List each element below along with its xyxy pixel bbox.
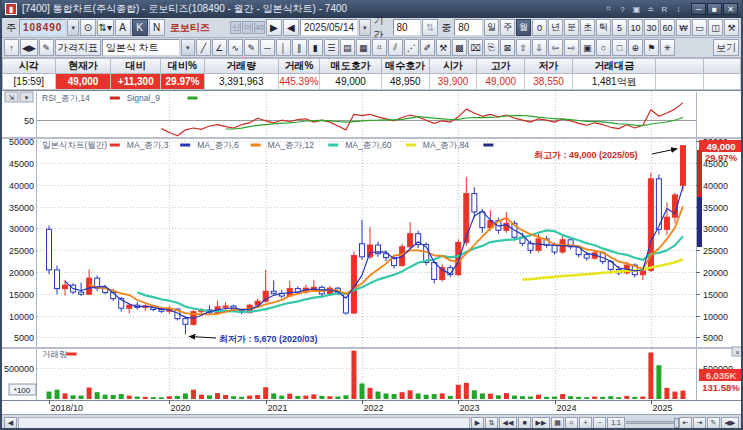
fit-icon[interactable]: ◀▶ xyxy=(721,417,739,429)
zoom-in-icon[interactable]: + xyxy=(579,417,592,429)
arrow-right-icon[interactable]: ⇨ xyxy=(564,39,579,56)
wave-icon[interactable]: ∿ xyxy=(228,39,243,56)
chart-svg[interactable]: 2018/10202020212022202320242025500050001… xyxy=(2,90,743,414)
zoom-out-icon[interactable]: − xyxy=(593,417,606,429)
price-indicator-button[interactable]: 가격지표 xyxy=(55,39,101,56)
period-button-분[interactable]: 분 xyxy=(564,19,579,36)
zoom-icon[interactable]: ⊕ xyxy=(628,39,643,56)
hline-icon[interactable]: ─ xyxy=(260,39,275,56)
hscroll-left-button[interactable]: ◀ xyxy=(4,417,17,429)
stock-code-dropdown[interactable]: ▾ xyxy=(67,19,79,36)
stop-icon[interactable]: ■ xyxy=(518,417,531,429)
zoom-slider-thumb[interactable] xyxy=(674,418,679,428)
stock-search-button[interactable]: ⊙ xyxy=(80,19,96,36)
save-icon[interactable]: ◫ xyxy=(708,19,723,36)
edit-chart-icon[interactable]: ✎ xyxy=(707,417,720,429)
delete-icon[interactable]: ⊠ xyxy=(500,39,515,56)
screen-icon[interactable]: ⌗ xyxy=(602,3,615,15)
won-icon[interactable]: ₩ xyxy=(676,19,691,36)
period-button-주[interactable]: 주 xyxy=(500,19,515,36)
flag-icon[interactable]: ⚑ xyxy=(644,39,659,56)
dots-icon[interactable]: ⋰ xyxy=(404,39,419,56)
chart-area[interactable]: 2018/10202020212022202320242025500050001… xyxy=(2,90,743,414)
arrow-left-icon[interactable]: ⇦ xyxy=(548,39,563,56)
hscroll-track[interactable] xyxy=(18,417,470,429)
mid-count-input[interactable]: 80 xyxy=(454,19,483,36)
period-button-30[interactable]: 30 xyxy=(644,19,659,36)
circle-icon[interactable]: ○ xyxy=(596,39,611,56)
period-button-60[interactable]: 60 xyxy=(660,19,675,36)
vline-icon[interactable]: │ xyxy=(276,39,291,56)
hammer-icon[interactable]: ⚒ xyxy=(436,39,451,56)
r-mode-icon[interactable]: R xyxy=(658,3,671,15)
market-mode-a[interactable]: A xyxy=(115,19,131,36)
copy-icon[interactable]: ⎘ xyxy=(484,39,499,56)
minimize-button[interactable]: ─ xyxy=(691,3,706,15)
table-icon[interactable]: ▦ xyxy=(356,39,371,56)
dock-icon[interactable]: ≐ xyxy=(644,3,657,15)
arrow-down-icon[interactable]: ⇩ xyxy=(532,39,547,56)
period-button-년[interactable]: 년 xyxy=(548,19,563,36)
snap-icon[interactable]: ⌗ xyxy=(565,417,578,429)
trendline-icon[interactable]: ╱ xyxy=(196,39,211,56)
bar-chart-icon[interactable]: ▮ xyxy=(308,39,323,56)
chart-type-select[interactable]: 일본식 차트 xyxy=(102,39,180,56)
period-button-일[interactable]: 일 xyxy=(484,19,499,36)
market-mode-k[interactable]: K xyxy=(132,19,148,36)
stock-code-input[interactable]: 108490 xyxy=(19,19,66,36)
hscroll-right-button[interactable]: ▶ xyxy=(471,417,484,429)
go-last-icon[interactable]: ⇥ xyxy=(693,417,706,429)
layout-icon[interactable]: ▦ xyxy=(551,417,564,429)
help-icon[interactable]: ? xyxy=(616,3,629,15)
prev-stock-button[interactable]: ◀ xyxy=(283,19,299,36)
folder-icon[interactable]: ▭ xyxy=(692,19,707,36)
more-icon[interactable]: ⁞ xyxy=(672,3,685,15)
tools-icon[interactable]: ⚒ xyxy=(724,19,739,36)
fast-forward-icon[interactable]: ▶▶ xyxy=(532,417,550,429)
flag-chip-1[interactable]: 더 xyxy=(242,21,253,34)
date-input[interactable]: 2025/05/14 xyxy=(300,19,358,36)
fast-back-icon[interactable]: ◀◀ xyxy=(499,417,517,429)
pattern-icon[interactable]: ▩ xyxy=(452,39,467,56)
period-button-10[interactable]: 10 xyxy=(628,19,643,36)
pane-up-button[interactable]: ↑ xyxy=(4,39,19,56)
indicator-edit-button[interactable]: ✎ xyxy=(39,39,54,56)
period-button-초[interactable]: 초 xyxy=(580,19,595,36)
period-button-5[interactable]: 5 xyxy=(612,19,627,36)
close-button[interactable]: ✕ xyxy=(723,3,738,15)
auto-scroll-icon[interactable]: ⇅ xyxy=(485,417,498,429)
range-indicator-upper[interactable] xyxy=(697,150,702,197)
next-stock-button[interactable]: ▶ xyxy=(266,19,282,36)
period-button-0[interactable]: 0 xyxy=(532,19,547,36)
erase-icon[interactable]: ⌧ xyxy=(468,39,483,56)
view-button[interactable]: 보기 xyxy=(713,39,739,56)
period-button-월[interactable]: 월 xyxy=(516,19,531,36)
chart-type-dropdown[interactable]: ▾ xyxy=(181,39,195,56)
star-icon[interactable]: ✳ xyxy=(660,39,675,56)
flag-chip-2[interactable]: 40 xyxy=(254,21,265,34)
range-indicator-lower[interactable] xyxy=(697,197,702,247)
market-mode-n[interactable]: N xyxy=(149,19,165,36)
zoom-slider[interactable] xyxy=(626,421,678,424)
grid-icon[interactable]: ▤ xyxy=(340,39,355,56)
period-count-input[interactable]: 80 xyxy=(393,19,422,36)
panel2-icon[interactable]: ▣ xyxy=(580,39,595,56)
angle-icon[interactable]: ∠ xyxy=(212,39,227,56)
pencil-icon[interactable]: ✐ xyxy=(420,39,435,56)
hash-icon[interactable]: ⌗ xyxy=(372,39,387,56)
pane-swap-button[interactable]: ◀▶ xyxy=(20,39,38,56)
flag-chip-0[interactable]: 신 xyxy=(230,21,241,34)
pen-icon[interactable]: ✎ xyxy=(244,39,259,56)
period-button-틱[interactable]: 틱 xyxy=(596,19,611,36)
lines-icon[interactable]: ☰ xyxy=(324,39,339,56)
sort-button[interactable]: ⇅▾ xyxy=(97,19,114,36)
go-first-icon[interactable]: ⇤ xyxy=(679,417,692,429)
maximize-button[interactable]: ■ xyxy=(707,3,722,15)
panel-icon[interactable]: ▣ xyxy=(630,3,643,15)
parallel-icon[interactable]: ∥ xyxy=(292,39,307,56)
fib-icon[interactable]: ⫽ xyxy=(388,39,403,56)
date-dropdown[interactable]: ▾ xyxy=(359,19,371,36)
one-to-one-icon[interactable]: 1:1 xyxy=(607,417,625,429)
rect-icon[interactable]: □ xyxy=(612,39,627,56)
arrow-up-icon[interactable]: ⇧ xyxy=(516,39,531,56)
